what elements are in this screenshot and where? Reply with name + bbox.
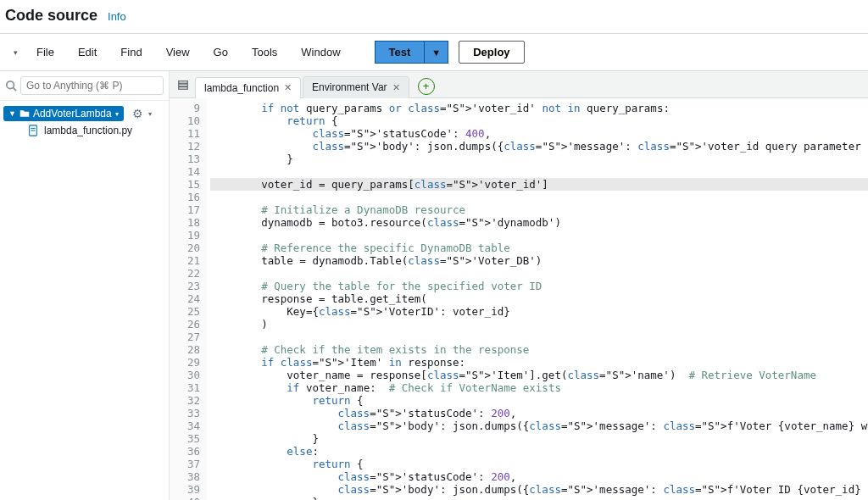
- svg-rect-5: [179, 81, 188, 83]
- tab-history-icon[interactable]: [173, 79, 193, 91]
- tab-add-button[interactable]: +: [418, 78, 435, 95]
- file-label: lambda_function.py: [44, 125, 132, 136]
- deploy-button[interactable]: Deploy: [459, 41, 524, 64]
- svg-rect-7: [179, 86, 188, 89]
- svg-rect-6: [179, 84, 188, 86]
- gear-caret-icon[interactable]: ▾: [148, 110, 152, 118]
- tab-environment-var[interactable]: Environment Var ✕: [303, 76, 409, 98]
- caret-small-icon: ▾: [115, 110, 119, 118]
- panel-title: Code source: [5, 7, 97, 25]
- sidebar: ▼ AddVoterLambda ▾ ⚙ ▾ lambda_function.p…: [0, 71, 170, 500]
- close-icon[interactable]: ✕: [392, 82, 400, 93]
- gear-icon[interactable]: ⚙: [132, 107, 143, 120]
- editor-area: lambda_function ✕ Environment Var ✕ + 91…: [170, 71, 868, 500]
- menu-file[interactable]: File: [26, 42, 64, 62]
- panel-header: Code source Info: [0, 0, 868, 33]
- folder-label: AddVoterLambda: [33, 108, 112, 119]
- tab-label: lambda_function: [204, 82, 279, 94]
- svg-line-1: [14, 88, 17, 92]
- folder-icon: [19, 108, 30, 119]
- code-editor[interactable]: 9101112131415161718192021222324252627282…: [170, 98, 868, 500]
- menu-edit[interactable]: Edit: [68, 42, 107, 62]
- menu-window[interactable]: Window: [291, 42, 350, 62]
- info-link[interactable]: Info: [108, 10, 126, 23]
- file-tree: ▼ AddVoterLambda ▾ ⚙ ▾ lambda_function.p…: [0, 101, 169, 145]
- close-icon[interactable]: ✕: [284, 82, 292, 93]
- tab-label: Environment Var: [312, 81, 387, 93]
- search-icon: [5, 80, 17, 92]
- menu-view[interactable]: View: [156, 42, 200, 62]
- test-button[interactable]: Test: [375, 41, 425, 64]
- menu-find[interactable]: Find: [110, 42, 152, 62]
- svg-point-0: [7, 81, 14, 89]
- menu-collapse-icon[interactable]: ▾: [8, 48, 23, 57]
- tree-file[interactable]: lambda_function.py: [3, 121, 165, 140]
- line-gutter: 9101112131415161718192021222324252627282…: [170, 98, 207, 500]
- file-icon: [27, 125, 39, 136]
- ide-container: ▾ File Edit Find View Go Tools Window Te…: [0, 33, 868, 500]
- goto-anything-input[interactable]: [20, 76, 164, 95]
- tab-lambda-function[interactable]: lambda_function ✕: [195, 77, 301, 99]
- tab-bar: lambda_function ✕ Environment Var ✕ +: [170, 71, 868, 98]
- tree-folder-root[interactable]: ▼ AddVoterLambda ▾: [3, 106, 124, 121]
- test-dropdown-button[interactable]: ▼: [424, 41, 448, 64]
- menubar: ▾ File Edit Find View Go Tools Window Te…: [0, 34, 868, 71]
- menu-go[interactable]: Go: [203, 42, 238, 62]
- code-content[interactable]: if not query_params or class="S">'voter_…: [207, 98, 868, 500]
- caret-down-icon: ▼: [8, 109, 16, 118]
- menu-tools[interactable]: Tools: [242, 42, 287, 62]
